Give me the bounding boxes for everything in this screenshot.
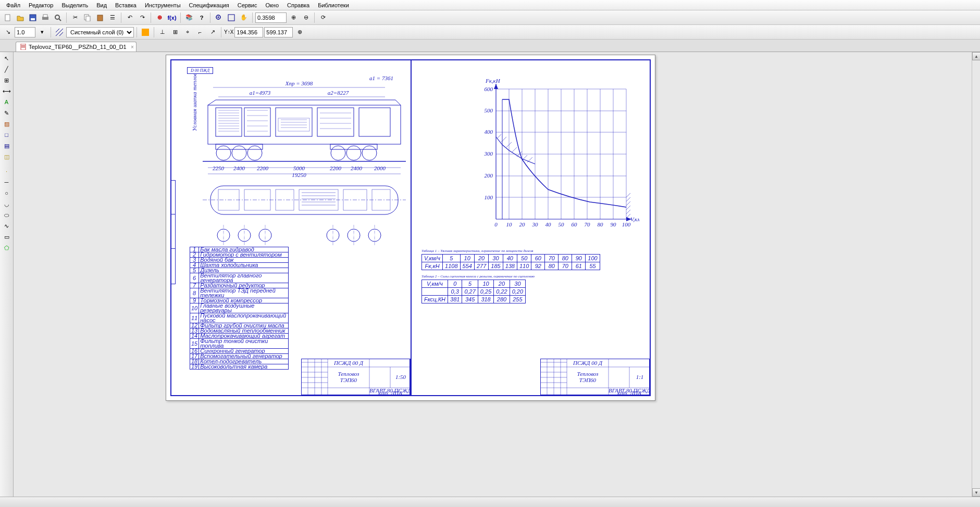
canvas[interactable]: D 00 ПЖД Хпр = 3698 a1 = 7361 a1=4973 a2… — [15, 52, 972, 497]
svg-point-5 — [55, 15, 59, 19]
svg-point-31 — [346, 146, 361, 160]
paste-icon[interactable] — [94, 12, 106, 23]
scale-input[interactable] — [255, 12, 287, 23]
menu-editor[interactable]: Редактор — [24, 2, 57, 8]
point-icon[interactable]: · — [2, 166, 12, 176]
svg-rect-33 — [216, 144, 263, 149]
var-icon[interactable]: ⊕ — [154, 12, 165, 23]
close-icon[interactable]: × — [131, 44, 134, 50]
zoomout-icon[interactable]: ⊖ — [300, 12, 312, 23]
menu-select[interactable]: Выделить — [57, 2, 92, 8]
props-icon[interactable]: ☰ — [107, 12, 118, 23]
svg-text:a2=8227: a2=8227 — [328, 90, 349, 96]
scroll-up-icon[interactable]: ▲ — [972, 52, 980, 60]
color-icon[interactable] — [140, 27, 151, 38]
zoomin-icon[interactable]: ⊕ — [288, 12, 299, 23]
drawing-frame: D 00 ПЖД Хпр = 3698 a1 = 7361 a1=4973 a2… — [170, 59, 651, 396]
svg-text:Хпр = 3698: Хпр = 3698 — [285, 80, 313, 86]
layer-select[interactable]: Системный слой (0) — [66, 27, 134, 37]
traction-chart: 100200300 400500600 0102030 40506070 809… — [473, 76, 639, 237]
menu-help[interactable]: Справка — [283, 2, 314, 8]
svg-text:2000: 2000 — [374, 165, 386, 171]
zoomwin-icon[interactable] — [213, 12, 225, 23]
rect-icon[interactable]: ▭ — [2, 232, 12, 242]
svg-text:2200: 2200 — [257, 165, 269, 171]
local-icon[interactable]: ↗ — [207, 27, 218, 38]
menu-window[interactable]: Окно — [261, 2, 283, 8]
document-tab[interactable]: Teplovoz_TEP60__PSZhD_11_00_D1 × — [16, 42, 137, 52]
svg-rect-25 — [359, 108, 390, 136]
vscrollbar[interactable]: ▲ ▼ — [972, 52, 980, 497]
table-icon[interactable]: ▤ — [2, 141, 12, 151]
grid-icon[interactable]: ⊞ — [169, 27, 181, 38]
step-icon[interactable]: ↘ — [2, 27, 14, 38]
param2-icon[interactable]: □ — [2, 130, 12, 140]
pan-icon[interactable]: ✋ — [238, 12, 250, 23]
text-icon[interactable]: A — [2, 97, 12, 107]
svg-text:30: 30 — [532, 221, 539, 227]
poly-icon[interactable]: ⬠ — [2, 243, 12, 253]
lib-icon[interactable]: 📚 — [183, 12, 195, 23]
svg-text:400: 400 — [485, 129, 493, 135]
svg-text:2400: 2400 — [351, 165, 363, 171]
sep — [2, 162, 12, 166]
hatch2-icon[interactable]: ▨ — [2, 119, 12, 129]
svg-line-115 — [626, 206, 630, 210]
menu-view[interactable]: Вид — [92, 2, 111, 8]
svg-text:20: 20 — [519, 221, 526, 227]
x-input[interactable] — [234, 27, 263, 37]
hatch-icon[interactable] — [54, 27, 65, 38]
svg-text:10: 10 — [506, 221, 513, 227]
ortho-icon[interactable]: ⊥ — [157, 27, 168, 38]
circle-icon[interactable]: ○ — [2, 188, 12, 198]
svg-text:600: 600 — [485, 86, 493, 92]
svg-rect-20 — [208, 105, 401, 144]
fx-icon[interactable]: f(x) — [166, 12, 178, 23]
drawing-sheet: D 00 ПЖД Хпр = 3698 a1 = 7361 a1=4973 a2… — [166, 55, 655, 401]
param-icon[interactable]: ⌐ — [194, 27, 206, 38]
undo-icon[interactable]: ↶ — [124, 12, 135, 23]
measure-icon[interactable]: ◫ — [2, 151, 12, 162]
svg-text:ПСЖД 00 Д: ПСЖД 00 Д — [573, 360, 603, 366]
coord-icon[interactable]: ⊕ — [294, 27, 305, 38]
seg-icon[interactable]: ─ — [2, 177, 12, 187]
print-icon[interactable] — [40, 12, 51, 23]
arc-icon[interactable]: ◡ — [2, 199, 12, 209]
arrow-icon[interactable]: ↖ — [2, 53, 12, 64]
help-icon[interactable]: ? — [196, 12, 207, 23]
snap-icon[interactable]: ⌖ — [182, 27, 193, 38]
svg-rect-10 — [228, 15, 234, 21]
toolbar-status: ↘ ▾ Системный слой (0) ⊥ ⊞ ⌖ ⌐ ↗ Y↑X ⊕ — [0, 25, 980, 40]
menu-libs[interactable]: Библиотеки — [314, 2, 353, 8]
menu-spec[interactable]: Спецификация — [185, 2, 233, 8]
svg-rect-22 — [244, 108, 270, 136]
dim-icon[interactable]: ⟷ — [2, 86, 12, 96]
grid2-icon[interactable]: ⊞ — [2, 75, 12, 85]
svg-text:200: 200 — [485, 172, 493, 179]
y-input[interactable] — [264, 27, 293, 37]
svg-point-30 — [331, 146, 345, 160]
line-icon[interactable]: ╱ — [2, 64, 12, 74]
cut-icon[interactable]: ✂ — [69, 12, 81, 23]
scroll-down-icon[interactable]: ▼ — [972, 488, 980, 497]
dd-icon[interactable]: ▾ — [36, 27, 48, 38]
redo-icon[interactable]: ↷ — [137, 12, 148, 23]
menu-file[interactable]: Файл — [2, 2, 24, 8]
open-icon[interactable] — [15, 12, 26, 23]
save-icon[interactable] — [27, 12, 39, 23]
ellipse-icon[interactable]: ⬭ — [2, 210, 12, 220]
preview-icon[interactable] — [52, 12, 64, 23]
spline-icon[interactable]: ∿ — [2, 221, 12, 231]
redraw-icon[interactable]: ⟳ — [317, 12, 329, 23]
svg-text:500: 500 — [485, 107, 493, 113]
svg-line-117 — [626, 214, 630, 218]
zoomall-icon[interactable] — [226, 12, 237, 23]
copy-icon[interactable] — [82, 12, 93, 23]
svg-text:Fк,кН: Fк,кН — [485, 78, 501, 84]
menu-service[interactable]: Сервис — [233, 2, 262, 8]
zoom-input[interactable] — [15, 27, 35, 37]
new-icon[interactable] — [2, 12, 14, 23]
menu-tools[interactable]: Инструменты — [141, 2, 185, 8]
edit-icon[interactable]: ✎ — [2, 108, 12, 118]
menu-insert[interactable]: Вставка — [111, 2, 141, 8]
